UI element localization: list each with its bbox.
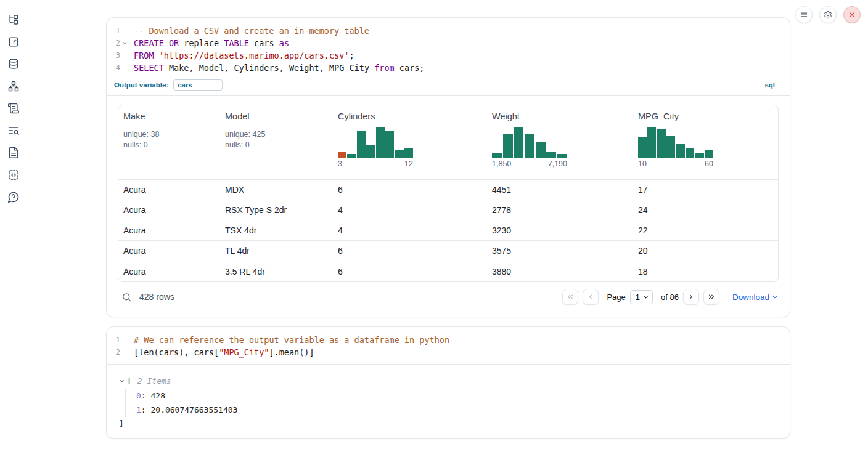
collapse-chevron-icon[interactable] [119, 378, 125, 384]
fold-gutter [120, 62, 129, 74]
notebook-menu-button[interactable] [795, 6, 813, 23]
column-stats: unique: 38nulls: 0 [123, 129, 215, 150]
chevron-down-icon [642, 294, 649, 301]
line-number: 1 [107, 25, 120, 37]
table-row[interactable]: AcuraTL 4dr6357520 [118, 241, 778, 261]
stat-unique: unique: 38 [123, 129, 215, 140]
histogram-axis: 312 [338, 160, 413, 168]
entry-value: 20.060747663551403 [150, 405, 237, 415]
last-page-button[interactable] [703, 289, 719, 305]
settings-button[interactable] [819, 6, 837, 23]
file-explorer-icon[interactable] [7, 14, 20, 26]
histogram-bar [546, 152, 556, 158]
page-select[interactable]: 1 [630, 290, 653, 304]
page-select-value: 1 [636, 293, 640, 302]
tree-root-line: [ 2 Items [119, 375, 777, 387]
table-cell: TSX 4dr [220, 225, 333, 235]
table-cell: 4 [333, 225, 487, 235]
code-text: FROM 'https://datasets.marimo.app/cars.c… [129, 49, 790, 62]
snippets-icon[interactable] [7, 169, 20, 181]
axis-max-label: 60 [705, 160, 713, 168]
code-text: SELECT Make, Model, Cylinders, Weight, M… [129, 62, 790, 74]
output-variable-input[interactable] [173, 79, 223, 91]
table-row[interactable]: AcuraRSX Type S 2dr4277824 [118, 200, 778, 220]
column-header[interactable]: Model [225, 111, 250, 121]
histogram-bar [347, 154, 356, 158]
table-header-cell: MPG_City1060 [633, 105, 778, 179]
code-line: 2CREATE OR replace TABLE cars as [107, 37, 790, 49]
histogram-bars [338, 126, 413, 158]
page-label: Page [607, 293, 625, 302]
histogram-bar [385, 131, 394, 158]
python-output-tree: [ 2 Items 0: 4281: 20.060747663551403 ] [107, 365, 790, 430]
chevron-left-icon [586, 293, 595, 301]
table-cell: MDX [220, 185, 333, 195]
code-line: 3FROM 'https://datasets.marimo.app/cars.… [107, 49, 790, 62]
table-row[interactable]: AcuraMDX6445117 [118, 180, 778, 200]
code-token: cars [249, 38, 279, 48]
table-header-cell: Modelunique: 425nulls: 0 [220, 105, 333, 179]
scratchpad-search-icon[interactable] [7, 124, 20, 137]
code-token: # We can reference the output variable a… [134, 335, 449, 345]
entry-key: 0 [136, 391, 141, 400]
previous-page-button[interactable] [583, 289, 599, 305]
histogram-bar [666, 136, 675, 158]
column-header[interactable]: Make [123, 111, 145, 121]
table-row[interactable]: Acura3.5 RL 4dr6388018 [118, 261, 778, 281]
items-count: 2 Items [137, 375, 171, 387]
column-header[interactable]: Weight [492, 111, 520, 121]
table-cell: Acura [118, 267, 220, 277]
table-cell: 20 [633, 246, 778, 256]
python-code-editor[interactable]: 1# We can reference the output variable … [107, 327, 790, 364]
fold-gutter [120, 25, 129, 37]
column-header[interactable]: MPG_City [638, 111, 679, 121]
table-cell: Acura [118, 246, 220, 256]
histogram-bar [338, 152, 346, 158]
tree-entries: 0: 4281: 20.060747663551403 [125, 389, 777, 417]
language-badge: sql [764, 81, 775, 89]
page-total-label: of 86 [661, 293, 679, 302]
table-row[interactable]: AcuraTSX 4dr4323022 [118, 220, 778, 241]
code-text: # We can reference the output variable a… [129, 334, 790, 346]
search-rows-button[interactable] [121, 292, 132, 302]
table-cell: 3230 [487, 225, 633, 235]
line-number: 2 [107, 346, 120, 358]
code-text: -- Download a CSV and create an in-memor… [129, 25, 790, 37]
code-token: CREATE [134, 38, 164, 48]
histogram-bar [525, 134, 534, 158]
histogram-bar [514, 127, 523, 158]
logs-icon[interactable] [7, 102, 20, 115]
code-token: "MPG_City" [219, 347, 269, 357]
code-text: CREATE OR replace TABLE cars as [129, 37, 790, 49]
documentation-icon[interactable] [7, 147, 20, 159]
stat-nulls: nulls: 0 [225, 140, 328, 150]
download-button[interactable]: Download [732, 293, 779, 302]
histogram-bar [376, 127, 385, 158]
histogram-bar [395, 150, 404, 158]
chevrons-right-icon [707, 293, 716, 301]
code-line: 4SELECT Make, Model, Cylinders, Weight, … [107, 62, 790, 74]
table-cell: RSX Type S 2dr [220, 205, 333, 215]
sql-code-editor[interactable]: 1-- Download a CSV and create an in-memo… [107, 18, 790, 79]
table-cell: 18 [633, 267, 778, 277]
code-token: replace [179, 38, 224, 48]
datasources-icon[interactable] [7, 58, 20, 70]
histogram-axis: 1060 [638, 160, 713, 168]
shutdown-button[interactable] [843, 6, 861, 23]
fold-gutter [120, 346, 129, 358]
tree-entry: 1: 20.060747663551403 [136, 403, 777, 417]
entry-value: 428 [150, 391, 165, 400]
line-number: 1 [107, 334, 120, 346]
code-line: 1-- Download a CSV and create an in-memo… [107, 25, 790, 37]
next-page-button[interactable] [683, 289, 699, 305]
help-icon[interactable] [7, 191, 20, 203]
column-header[interactable]: Cylinders [338, 111, 375, 121]
first-page-button[interactable] [562, 289, 578, 305]
histogram-bar [366, 145, 375, 158]
column-histogram: 1060 [638, 126, 713, 168]
dependency-graph-icon[interactable] [7, 80, 20, 92]
code-token: ].mean()] [269, 347, 314, 357]
variables-icon[interactable]: f [7, 36, 20, 48]
code-token: Make, Model, Cylinders, Weight, MPG_City [164, 63, 374, 73]
fold-chevron-icon[interactable] [120, 37, 129, 49]
